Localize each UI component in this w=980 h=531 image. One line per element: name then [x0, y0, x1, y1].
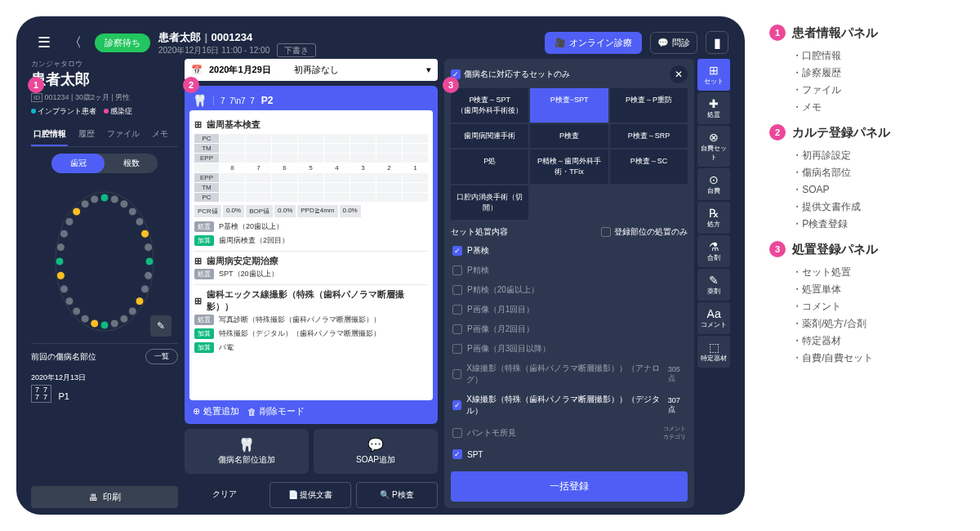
only-disease-checkbox[interactable]: ✓傷病名に対応するセットのみ	[451, 69, 570, 80]
procedure-item[interactable]: パントモ所見コメント カテゴリ	[451, 421, 688, 445]
procedure-item[interactable]: ✓X線撮影（特殊（歯科パノラマ断層撮影））（デジタル）307点	[451, 390, 688, 421]
side-tab-薬剤[interactable]: ✎薬剤	[697, 269, 730, 301]
svg-point-11	[136, 297, 144, 306]
svg-point-22	[56, 257, 64, 266]
svg-point-18	[73, 307, 81, 315]
bookmark-icon[interactable]: ▮	[706, 31, 728, 54]
header-name: 患者太郎	[158, 31, 201, 43]
tab-files[interactable]: ファイル	[105, 123, 141, 146]
fdi-code: 7 7\n7 7	[213, 96, 255, 105]
procedure-item[interactable]: P画像（月2回目）	[451, 319, 688, 339]
chart-icon: ⊞	[194, 256, 202, 266]
bulk-register-button[interactable]: 一括登録	[451, 471, 688, 502]
svg-point-23	[56, 243, 65, 252]
monshin-button[interactable]: 💬問診	[650, 32, 697, 54]
chart-code: P2	[261, 95, 274, 106]
close-icon[interactable]: ✕	[670, 65, 688, 83]
svg-point-16	[91, 319, 99, 328]
side-tab-処置[interactable]: ✚処置	[697, 92, 730, 124]
calendar-icon: 📅	[191, 65, 203, 75]
svg-point-14	[110, 319, 118, 328]
sub-heading: セット処置内容	[451, 226, 508, 238]
side-tab-処方[interactable]: ℞処方	[697, 202, 730, 234]
date-bar[interactable]: 📅 2020年1月29日 初再診なし ▾	[185, 59, 438, 81]
prev-item[interactable]: 2020年12月13日 7 7 7 7 P1	[31, 369, 178, 406]
procedure-item[interactable]: P画像（月1回目）	[451, 300, 688, 319]
status-pill[interactable]: 診察待ち	[95, 33, 150, 52]
back-icon[interactable]: 〈	[64, 31, 87, 54]
set-cell[interactable]: P検査	[530, 124, 608, 148]
svg-point-12	[128, 307, 136, 315]
chart-body: ⊞歯周基本検査 PCTMEPP87654321EPPTMPC PCR値0.0% …	[189, 110, 433, 400]
online-consult-button[interactable]: 🎥オンライン診療	[545, 32, 642, 54]
procedure-item[interactable]: P精検	[451, 261, 688, 280]
tooth-icon: 🦷	[193, 437, 301, 453]
set-cell[interactable]: P精検～歯周外科手術・TFix	[530, 149, 608, 184]
set-cell[interactable]: P検査～SC	[610, 149, 688, 184]
chart-icon: ⊞	[194, 296, 202, 306]
list-button[interactable]: 一覧	[145, 349, 178, 364]
svg-point-0	[56, 192, 154, 331]
header-datetime: 2020年12月16日 11:00 - 12:00	[158, 46, 270, 55]
tab-history[interactable]: 履歴	[68, 123, 105, 146]
set-cell[interactable]: P処	[451, 149, 528, 184]
side-tab-セット[interactable]: ⊞セット	[697, 59, 730, 91]
odontogram[interactable]: ✎	[31, 180, 178, 343]
side-tab-特定器材[interactable]: ⬚特定器材	[697, 336, 730, 368]
topbar: ☰ 〈 診察待ち 患者太郎 | 0001234 2020年12月16日 11:0…	[26, 26, 735, 59]
procedure-item[interactable]: ✓SPT	[451, 445, 688, 463]
odonto-segment[interactable]: 歯冠 根数	[51, 154, 158, 173]
set-cell[interactable]: P検査～SPT （歯周外科手術後）	[451, 88, 528, 123]
side-tab-自費[interactable]: ⊙自費	[697, 168, 730, 200]
prev-disease-row: 前回の傷病名部位 一覧	[31, 343, 178, 369]
doc-icon: 📄	[288, 490, 298, 499]
add-disease-button[interactable]: 🦷傷病名部位追加	[185, 429, 309, 474]
clear-button[interactable]: クリア	[185, 482, 265, 508]
revisit-select[interactable]: 初再診なし	[294, 64, 339, 76]
svg-point-17	[81, 315, 89, 323]
side-tabs: ⊞セット✚処置⊗自費セット⊙自費℞処方⚗合剤✎薬剤Aaコメント⬚特定器材	[697, 59, 730, 508]
procedure-item[interactable]: P画像（月3回目以降）	[451, 339, 688, 359]
patient-tags: インプラント患者 感染症	[31, 106, 178, 117]
set-cell[interactable]: 歯周病関連手術	[451, 124, 528, 148]
print-button[interactable]: 🖶印刷	[31, 486, 178, 508]
delete-mode-button[interactable]: 🗑削除モード	[247, 405, 305, 417]
procedure-item[interactable]: X線撮影（特殊（歯科パノラマ断層撮影））（アナログ）305点	[451, 359, 688, 390]
callout-3: 3	[443, 77, 459, 93]
side-tab-自費セット[interactable]: ⊗自費セット	[697, 126, 730, 167]
tab-oral[interactable]: 口腔情報	[31, 123, 68, 146]
chat-icon: 💬	[657, 38, 669, 48]
section-title: 歯周病安定期治療	[207, 255, 278, 267]
document-button[interactable]: 📄 提供文書	[270, 482, 351, 508]
set-cell[interactable]: P検査～P重防	[610, 88, 688, 123]
pcheck-button[interactable]: 🔍 P検査	[356, 482, 438, 508]
seg-crown[interactable]: 歯冠	[51, 154, 105, 173]
callout-1: 1	[28, 77, 44, 93]
procedure-item[interactable]: P精検（20歯以上）	[451, 280, 688, 300]
video-icon: 🎥	[555, 38, 566, 48]
add-procedure-button[interactable]: ⊕処置追加	[193, 405, 239, 417]
seg-roots[interactable]: 根数	[105, 154, 158, 173]
set-cell[interactable]: P検査−SPT	[530, 88, 608, 123]
svg-point-19	[65, 297, 74, 306]
side-tab-コメント[interactable]: Aaコメント	[697, 302, 730, 334]
draft-button[interactable]: 下書き	[277, 43, 316, 57]
menu-icon[interactable]: ☰	[33, 31, 56, 54]
side-tab-合剤[interactable]: ⚗合剤	[697, 235, 730, 267]
legend: 1患者情報パネル口腔情報診察履歴ファイルメモ2カルテ登録パネル初再診設定傷病名部…	[769, 16, 964, 515]
only-registered-checkbox[interactable]: 登録部位の処置のみ	[601, 226, 688, 238]
edit-icon[interactable]: ✎	[150, 315, 172, 337]
add-soap-button[interactable]: 💬SOAP追加	[314, 429, 438, 474]
set-cell[interactable]: 口腔内消炎手術（切開）	[451, 185, 528, 220]
prev-code: P1	[59, 391, 69, 401]
svg-point-7	[145, 243, 153, 252]
svg-point-10	[141, 285, 149, 293]
app-frame: 1 2 3 ☰ 〈 診察待ち 患者太郎 | 0001234 2020年12月16…	[16, 16, 745, 515]
procedure-panel: ✓傷病名に対応するセットのみ ✕ P検査～SPT （歯周外科手術後）P検査−SP…	[444, 59, 730, 508]
patient-tabs: 口腔情報 履歴 ファイル メモ	[31, 123, 178, 147]
procedure-item[interactable]: ✓P基検	[451, 241, 688, 261]
set-cell[interactable]: P検査～SRP	[610, 124, 688, 148]
patient-panel: カンジャタロウ 患者太郎 ID 001234 | 30歳2ヶ月 | 男性 インプ…	[31, 59, 178, 508]
svg-point-8	[145, 257, 154, 266]
tab-memo[interactable]: メモ	[141, 123, 178, 146]
